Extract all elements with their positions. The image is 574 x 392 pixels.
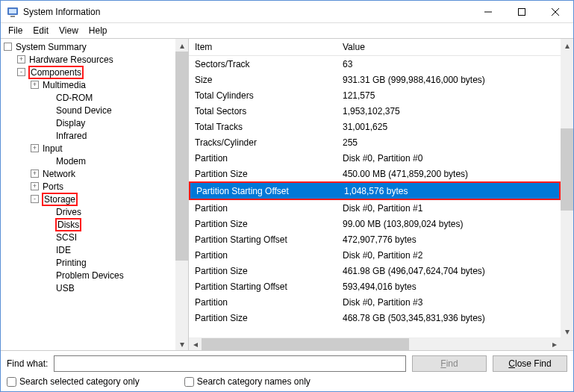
column-value[interactable]: Value — [337, 39, 561, 55]
list-row[interactable]: Partition Size461.98 GB (496,047,624,704… — [189, 263, 561, 279]
menu-help[interactable]: Help — [84, 24, 112, 37]
tree-item-hw[interactable]: +Hardware Resources — [1, 53, 175, 66]
list-row[interactable]: PartitionDisk #0, Partition #3 — [189, 294, 561, 310]
find-button[interactable]: Find — [412, 355, 487, 372]
list-scrollbar[interactable]: ▴ ▾ — [561, 39, 573, 337]
list-row[interactable]: Partition Size468.78 GB (503,345,831,936… — [189, 310, 561, 326]
menu-file[interactable]: File — [4, 24, 27, 37]
cell-item: Partition Starting Offset — [189, 234, 337, 245]
tree-label: Problem Devices — [55, 270, 125, 281]
cell-value: 99.00 MB (103,809,024 bytes) — [337, 219, 561, 229]
tree-item-infrared[interactable]: Infrared — [1, 129, 175, 142]
expand-icon[interactable]: + — [31, 182, 39, 190]
list-row[interactable]: Total Cylinders121,575 — [189, 87, 561, 103]
find-label: Find what: — [7, 358, 48, 369]
tree-label: Hardware Resources — [28, 55, 114, 65]
tree-item-network[interactable]: +Network — [1, 167, 175, 180]
collapse-icon[interactable]: - — [31, 195, 39, 203]
list-row[interactable]: Total Sectors1,953,102,375 — [189, 103, 561, 119]
svg-rect-2 — [10, 16, 15, 17]
column-item[interactable]: Item — [189, 39, 337, 55]
tree-leaf — [44, 258, 52, 267]
tree-item-input[interactable]: +Input — [1, 142, 175, 155]
menu-edit[interactable]: Edit — [28, 24, 53, 37]
cell-item: Sectors/Track — [189, 59, 337, 69]
tree-label: Display — [55, 118, 86, 128]
close-button[interactable] — [538, 1, 572, 22]
close-find-button[interactable]: Close Find — [493, 355, 567, 372]
list-row[interactable]: Partition Size450.00 MB (471,859,200 byt… — [189, 166, 561, 181]
minimize-button[interactable] — [471, 1, 505, 22]
cell-value: Disk #0, Partition #2 — [337, 250, 561, 261]
collapse-icon[interactable]: - — [17, 68, 25, 76]
list-row[interactable]: Sectors/Track63 — [189, 56, 561, 72]
tree-label: CD-ROM — [55, 93, 93, 103]
cell-item: Partition Size — [189, 266, 337, 276]
tree-item-disks[interactable]: Disks — [1, 218, 175, 231]
tree-leaf — [44, 157, 52, 165]
tree-label: Network — [42, 169, 76, 179]
tree-item-cdrom[interactable]: CD-ROM — [1, 91, 175, 104]
tree-item-root[interactable]: System Summary — [1, 40, 175, 53]
tree-item-ide[interactable]: IDE — [1, 243, 175, 256]
tree-label: USB — [55, 283, 75, 293]
tree-item-drives[interactable]: Drives — [1, 205, 175, 218]
scroll-thumb[interactable] — [175, 52, 188, 261]
search-names-checkbox[interactable]: Search category names only — [184, 376, 311, 387]
tree-item-modem[interactable]: Modem — [1, 155, 175, 167]
tree-label: Ports — [42, 181, 64, 192]
find-input[interactable] — [54, 355, 406, 372]
expand-icon[interactable]: + — [17, 55, 25, 63]
tree-item-scsi[interactable]: SCSI — [1, 231, 175, 243]
maximize-button[interactable] — [505, 1, 538, 22]
tree-item-usb[interactable]: USB — [1, 281, 175, 294]
horizontal-scrollbar[interactable]: ◂ ▸ — [189, 337, 561, 350]
tree-item-sound[interactable]: Sound Device — [1, 104, 175, 116]
list-row[interactable]: PartitionDisk #0, Partition #0 — [189, 150, 561, 166]
tree-item-multimedia[interactable]: +Multimedia — [1, 78, 175, 91]
list-row[interactable]: Partition Starting Offset472,907,776 byt… — [189, 231, 561, 247]
tree-scrollbar[interactable]: ▴ ▾ — [175, 39, 188, 350]
expand-icon[interactable]: + — [31, 144, 39, 152]
tree-leaf[interactable] — [4, 43, 12, 51]
tree-item-printing[interactable]: Printing — [1, 256, 175, 269]
tree-leaf — [44, 93, 52, 102]
app-icon — [7, 6, 19, 18]
list-row[interactable]: Partition Size99.00 MB (103,809,024 byte… — [189, 216, 561, 231]
tree-label: System Summary — [15, 42, 87, 52]
cell-item: Partition Size — [189, 219, 337, 229]
list-row[interactable]: Partition Starting Offset1,048,576 bytes — [190, 183, 559, 199]
expand-icon[interactable]: + — [31, 81, 39, 89]
list-row[interactable]: Total Tracks31,001,625 — [189, 119, 561, 134]
tree-leaf — [44, 246, 52, 254]
scroll-up-icon[interactable]: ▴ — [175, 39, 188, 52]
tree-label: Multimedia — [42, 80, 87, 90]
list-row[interactable]: Size931.31 GB (999,988,416,000 bytes) — [189, 72, 561, 87]
scroll-down-icon[interactable]: ▾ — [561, 325, 573, 337]
find-bar: Find what: Find Close Find Search select… — [1, 350, 573, 391]
list-row[interactable]: Partition Starting Offset593,494,016 byt… — [189, 279, 561, 294]
tree-item-ports[interactable]: +Ports — [1, 180, 175, 193]
scroll-up-icon[interactable]: ▴ — [561, 39, 573, 52]
scroll-left-icon[interactable]: ◂ — [189, 338, 202, 351]
tree-item-display[interactable]: Display — [1, 116, 175, 129]
cell-value: Disk #0, Partition #3 — [337, 297, 561, 308]
tree-label: Components — [28, 66, 84, 79]
tree-item-problem[interactable]: Problem Devices — [1, 269, 175, 281]
search-selected-checkbox[interactable]: Search selected category only — [7, 376, 140, 387]
tree-item-components[interactable]: -Components — [1, 66, 175, 78]
menu-view[interactable]: View — [54, 24, 83, 37]
list-row[interactable]: PartitionDisk #0, Partition #1 — [189, 200, 561, 216]
scroll-thumb[interactable] — [561, 128, 573, 211]
tree-pane: System Summary+Hardware Resources-Compon… — [1, 39, 189, 350]
expand-icon[interactable]: + — [31, 169, 39, 178]
svg-rect-1 — [9, 9, 16, 13]
hscroll-thumb[interactable] — [202, 338, 409, 350]
list-row[interactable]: PartitionDisk #0, Partition #2 — [189, 247, 561, 263]
cell-item: Size — [189, 75, 337, 85]
scroll-right-icon[interactable]: ▸ — [548, 338, 561, 351]
list-row[interactable]: Tracks/Cylinder255 — [189, 134, 561, 150]
tree-item-storage[interactable]: -Storage — [1, 193, 175, 205]
tree-label: Storage — [42, 193, 78, 206]
scroll-down-icon[interactable]: ▾ — [175, 337, 188, 350]
